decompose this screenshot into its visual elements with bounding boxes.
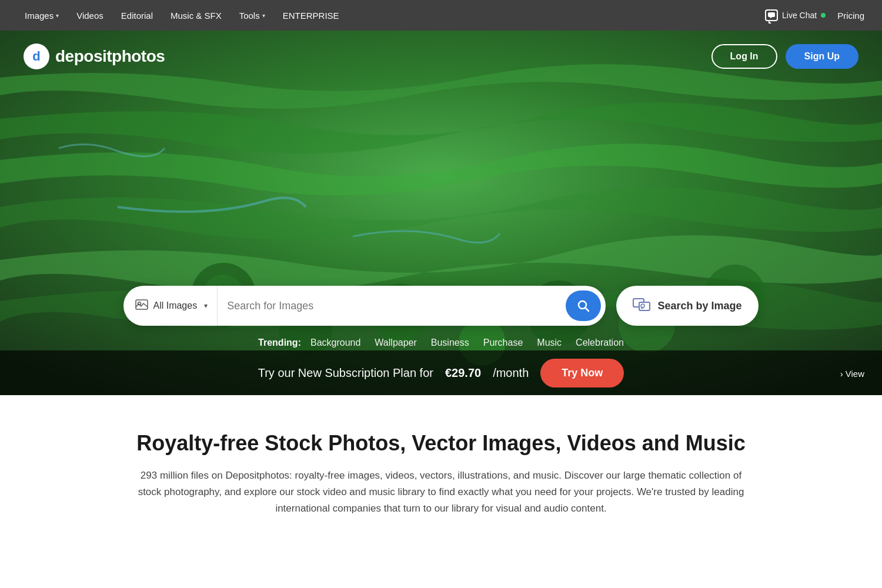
live-chat-label: Live Chat xyxy=(782,11,817,20)
subscription-per-month: /month xyxy=(493,366,529,380)
hero-overlay: d depositphotos Log In Sign Up xyxy=(0,31,882,395)
svg-line-13 xyxy=(586,308,589,312)
trending-row: Trending: Background Wallpaper Business … xyxy=(258,338,624,348)
lower-description: 293 million files on Depositphotos: roya… xyxy=(129,467,753,517)
search-by-image-icon xyxy=(633,297,650,315)
subscription-price: €29.70 xyxy=(445,366,481,380)
trending-tag-celebration[interactable]: Celebration xyxy=(576,338,624,348)
hero-logo-row: d depositphotos Log In Sign Up xyxy=(0,31,882,69)
nav-links: Images ▾ Videos Editorial Music & SFX To… xyxy=(18,7,765,24)
search-type-dropdown[interactable]: All Images ▾ xyxy=(123,286,218,326)
image-type-icon xyxy=(135,299,148,313)
trending-tag-business[interactable]: Business xyxy=(431,338,469,348)
hero-section: d depositphotos Log In Sign Up xyxy=(0,31,882,395)
subscription-text-before: Try our New Subscription Plan for xyxy=(258,366,433,380)
chevron-down-icon-tools: ▾ xyxy=(262,12,265,19)
search-by-image-button[interactable]: Search by Image xyxy=(616,286,758,326)
trending-tag-purchase[interactable]: Purchase xyxy=(483,338,523,348)
trending-tags: Background Wallpaper Business Purchase M… xyxy=(310,338,624,348)
nav-enterprise-label: ENTERPRISE xyxy=(283,11,339,21)
nav-editorial[interactable]: Editorial xyxy=(114,7,160,24)
nav-tools[interactable]: Tools ▾ xyxy=(232,7,272,24)
auth-buttons: Log In Sign Up xyxy=(711,44,858,69)
nav-videos[interactable]: Videos xyxy=(69,7,111,24)
svg-rect-0 xyxy=(768,12,775,17)
nav-images[interactable]: Images ▾ xyxy=(18,7,66,24)
lower-content: Royalty-free Stock Photos, Vector Images… xyxy=(0,395,882,546)
trending-tag-wallpaper[interactable]: Wallpaper xyxy=(375,338,416,348)
chevron-right-icon: › xyxy=(840,369,843,379)
top-navigation: Images ▾ Videos Editorial Music & SFX To… xyxy=(0,0,882,31)
signup-button[interactable]: Sign Up xyxy=(786,44,858,69)
trending-label: Trending: xyxy=(258,338,301,348)
search-by-image-label: Search by Image xyxy=(657,300,741,312)
nav-tools-label: Tools xyxy=(239,11,260,21)
search-box: All Images ▾ xyxy=(123,286,606,326)
chevron-down-icon: ▾ xyxy=(56,12,59,19)
login-button[interactable]: Log In xyxy=(711,44,777,69)
try-now-button[interactable]: Try Now xyxy=(540,359,624,387)
logo[interactable]: d depositphotos xyxy=(24,44,165,69)
search-type-chevron: ▾ xyxy=(204,302,208,310)
live-chat-status-dot xyxy=(821,13,826,18)
live-chat-button[interactable]: Live Chat xyxy=(765,9,826,21)
logo-text: depositphotos xyxy=(55,47,165,66)
chat-icon xyxy=(765,9,778,21)
view-label: View xyxy=(846,369,864,379)
nav-images-label: Images xyxy=(25,11,54,21)
nav-editorial-label: Editorial xyxy=(121,11,153,21)
subscription-price-value: €29.70 xyxy=(445,366,481,379)
subscription-banner: Try our New Subscription Plan for €29.70… xyxy=(0,350,882,395)
lower-title: Royalty-free Stock Photos, Vector Images… xyxy=(24,430,858,456)
search-icon xyxy=(576,299,590,313)
search-type-label: All Images xyxy=(153,300,197,311)
trending-tag-music[interactable]: Music xyxy=(537,338,562,348)
nav-videos-label: Videos xyxy=(76,11,103,21)
pricing-link[interactable]: Pricing xyxy=(837,11,864,21)
nav-enterprise[interactable]: ENTERPRISE xyxy=(276,7,346,24)
nav-music-sfx[interactable]: Music & SFX xyxy=(163,7,229,24)
pricing-label: Pricing xyxy=(837,11,864,21)
search-row: All Images ▾ xyxy=(123,286,758,326)
search-input[interactable] xyxy=(218,300,566,312)
logo-icon: d xyxy=(24,44,49,69)
search-submit-button[interactable] xyxy=(566,290,601,321)
nav-right: Live Chat Pricing xyxy=(765,9,864,21)
nav-music-sfx-label: Music & SFX xyxy=(171,11,222,21)
trending-tag-background[interactable]: Background xyxy=(310,338,360,348)
view-link[interactable]: › View xyxy=(840,369,864,379)
